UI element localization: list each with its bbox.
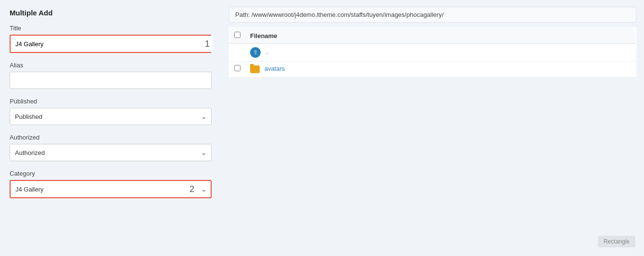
table-row: ⇧ .. — [229, 44, 636, 62]
published-select[interactable]: Published Unpublished — [10, 108, 212, 125]
avatars-checkbox[interactable] — [234, 65, 240, 71]
title-input[interactable] — [10, 35, 212, 53]
folder-icon — [250, 65, 260, 73]
row-checkbox-cell-avatars — [229, 62, 246, 77]
title-badge: 1 — [199, 36, 213, 52]
alias-input[interactable] — [10, 72, 212, 89]
file-table-header: Filename — [229, 28, 636, 44]
file-table: Filename ⇧ .. — [229, 27, 636, 77]
row-filename-avatars: avatars — [245, 62, 636, 77]
header-checkbox-cell — [229, 28, 246, 44]
published-field-group: Published Published Unpublished ⌄ — [10, 98, 212, 125]
path-bar: Path: /www/wwwroot/j4demo.ltheme.com/sta… — [229, 7, 636, 23]
right-panel: Path: /www/wwwroot/j4demo.ltheme.com/sta… — [221, 0, 644, 256]
title-label: Title — [10, 25, 212, 32]
authorized-select-wrapper: Authorized Unauthorized ⌄ — [10, 144, 212, 161]
row-filename-up: ⇧ .. — [245, 44, 636, 62]
category-select[interactable]: J4 Gallery — [10, 180, 212, 198]
title-input-wrapper: 1 — [10, 35, 212, 53]
published-label: Published — [10, 98, 212, 105]
filename-header: Filename — [245, 28, 636, 44]
category-select-wrapper: J4 Gallery 2 ⌄ — [10, 180, 212, 198]
category-badge: 2 — [189, 184, 194, 194]
authorized-field-group: Authorized Authorized Unauthorized ⌄ — [10, 134, 212, 161]
row-checkbox-cell-up — [229, 44, 246, 62]
left-panel: Multiple Add Title 1 Alias Published Pub… — [0, 0, 221, 256]
parent-dir-link[interactable]: .. — [265, 48, 269, 55]
select-all-checkbox[interactable] — [234, 32, 240, 38]
rectangle-button[interactable]: Rectangle — [598, 236, 635, 247]
category-label: Category — [10, 170, 212, 177]
alias-field-group: Alias — [10, 62, 212, 89]
title-field-group: Title 1 — [10, 25, 212, 53]
published-select-wrapper: Published Unpublished ⌄ — [10, 108, 212, 125]
section-title: Multiple Add — [10, 9, 212, 17]
table-row: avatars — [229, 62, 636, 77]
up-arrow-icon: ⇧ — [250, 47, 261, 58]
authorized-select[interactable]: Authorized Unauthorized — [10, 144, 212, 161]
category-field-group: Category J4 Gallery 2 ⌄ — [10, 170, 212, 198]
alias-label: Alias — [10, 62, 212, 69]
avatars-link[interactable]: avatars — [265, 65, 285, 72]
authorized-label: Authorized — [10, 134, 212, 141]
